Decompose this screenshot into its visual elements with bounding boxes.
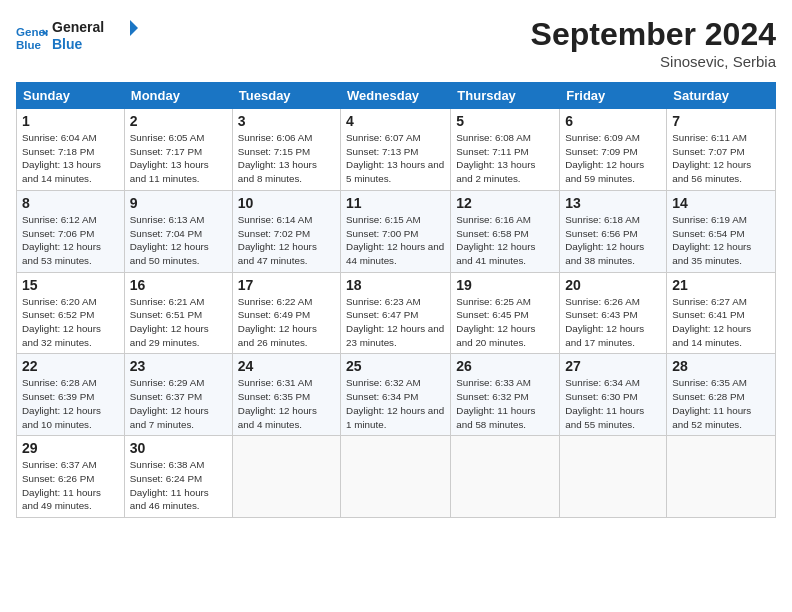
day-number: 30: [130, 440, 227, 456]
svg-text:Blue: Blue: [52, 36, 83, 52]
calendar-body: 1Sunrise: 6:04 AMSunset: 7:18 PMDaylight…: [17, 109, 776, 518]
cell-info: Sunrise: 6:20 AMSunset: 6:52 PMDaylight:…: [22, 296, 101, 348]
day-header-friday: Friday: [560, 83, 667, 109]
day-number: 7: [672, 113, 770, 129]
cell-info: Sunrise: 6:07 AMSunset: 7:13 PMDaylight:…: [346, 132, 444, 184]
cell-info: Sunrise: 6:12 AMSunset: 7:06 PMDaylight:…: [22, 214, 101, 266]
day-number: 17: [238, 277, 335, 293]
day-number: 10: [238, 195, 335, 211]
cell-info: Sunrise: 6:33 AMSunset: 6:32 PMDaylight:…: [456, 377, 535, 429]
cell-info: Sunrise: 6:25 AMSunset: 6:45 PMDaylight:…: [456, 296, 535, 348]
cell-info: Sunrise: 6:35 AMSunset: 6:28 PMDaylight:…: [672, 377, 751, 429]
cell-info: Sunrise: 6:09 AMSunset: 7:09 PMDaylight:…: [565, 132, 644, 184]
calendar-cell: 26Sunrise: 6:33 AMSunset: 6:32 PMDayligh…: [451, 354, 560, 436]
calendar-cell: 15Sunrise: 6:20 AMSunset: 6:52 PMDayligh…: [17, 272, 125, 354]
calendar-cell: 13Sunrise: 6:18 AMSunset: 6:56 PMDayligh…: [560, 190, 667, 272]
day-number: 5: [456, 113, 554, 129]
calendar-cell: [232, 436, 340, 518]
page-header: General Blue General Blue September 2024…: [16, 16, 776, 70]
calendar-cell: 24Sunrise: 6:31 AMSunset: 6:35 PMDayligh…: [232, 354, 340, 436]
calendar-week-2: 8Sunrise: 6:12 AMSunset: 7:06 PMDaylight…: [17, 190, 776, 272]
calendar-cell: [451, 436, 560, 518]
day-number: 9: [130, 195, 227, 211]
cell-info: Sunrise: 6:34 AMSunset: 6:30 PMDaylight:…: [565, 377, 644, 429]
calendar-cell: [667, 436, 776, 518]
calendar-cell: 12Sunrise: 6:16 AMSunset: 6:58 PMDayligh…: [451, 190, 560, 272]
calendar-cell: 22Sunrise: 6:28 AMSunset: 6:39 PMDayligh…: [17, 354, 125, 436]
cell-info: Sunrise: 6:38 AMSunset: 6:24 PMDaylight:…: [130, 459, 209, 511]
day-number: 24: [238, 358, 335, 374]
day-number: 21: [672, 277, 770, 293]
day-header-wednesday: Wednesday: [341, 83, 451, 109]
cell-info: Sunrise: 6:22 AMSunset: 6:49 PMDaylight:…: [238, 296, 317, 348]
calendar-cell: 14Sunrise: 6:19 AMSunset: 6:54 PMDayligh…: [667, 190, 776, 272]
calendar-week-4: 22Sunrise: 6:28 AMSunset: 6:39 PMDayligh…: [17, 354, 776, 436]
logo-icon: General Blue: [16, 22, 48, 54]
cell-info: Sunrise: 6:18 AMSunset: 6:56 PMDaylight:…: [565, 214, 644, 266]
calendar-cell: 10Sunrise: 6:14 AMSunset: 7:02 PMDayligh…: [232, 190, 340, 272]
location: Sinosevic, Serbia: [531, 53, 776, 70]
cell-info: Sunrise: 6:32 AMSunset: 6:34 PMDaylight:…: [346, 377, 444, 429]
day-number: 28: [672, 358, 770, 374]
day-header-monday: Monday: [124, 83, 232, 109]
calendar-cell: 2Sunrise: 6:05 AMSunset: 7:17 PMDaylight…: [124, 109, 232, 191]
calendar-header: SundayMondayTuesdayWednesdayThursdayFrid…: [17, 83, 776, 109]
month-title: September 2024: [531, 16, 776, 53]
day-header-saturday: Saturday: [667, 83, 776, 109]
calendar-cell: 29Sunrise: 6:37 AMSunset: 6:26 PMDayligh…: [17, 436, 125, 518]
calendar-cell: 25Sunrise: 6:32 AMSunset: 6:34 PMDayligh…: [341, 354, 451, 436]
day-number: 18: [346, 277, 445, 293]
cell-info: Sunrise: 6:21 AMSunset: 6:51 PMDaylight:…: [130, 296, 209, 348]
calendar-cell: 11Sunrise: 6:15 AMSunset: 7:00 PMDayligh…: [341, 190, 451, 272]
calendar-week-1: 1Sunrise: 6:04 AMSunset: 7:18 PMDaylight…: [17, 109, 776, 191]
calendar-cell: 20Sunrise: 6:26 AMSunset: 6:43 PMDayligh…: [560, 272, 667, 354]
day-number: 25: [346, 358, 445, 374]
day-number: 23: [130, 358, 227, 374]
cell-info: Sunrise: 6:14 AMSunset: 7:02 PMDaylight:…: [238, 214, 317, 266]
cell-info: Sunrise: 6:19 AMSunset: 6:54 PMDaylight:…: [672, 214, 751, 266]
day-header-sunday: Sunday: [17, 83, 125, 109]
calendar-cell: [560, 436, 667, 518]
day-number: 29: [22, 440, 119, 456]
cell-info: Sunrise: 6:05 AMSunset: 7:17 PMDaylight:…: [130, 132, 209, 184]
day-number: 3: [238, 113, 335, 129]
day-number: 6: [565, 113, 661, 129]
calendar-cell: 19Sunrise: 6:25 AMSunset: 6:45 PMDayligh…: [451, 272, 560, 354]
cell-info: Sunrise: 6:26 AMSunset: 6:43 PMDaylight:…: [565, 296, 644, 348]
day-number: 20: [565, 277, 661, 293]
cell-info: Sunrise: 6:13 AMSunset: 7:04 PMDaylight:…: [130, 214, 209, 266]
calendar-cell: 1Sunrise: 6:04 AMSunset: 7:18 PMDaylight…: [17, 109, 125, 191]
calendar-cell: [341, 436, 451, 518]
cell-info: Sunrise: 6:08 AMSunset: 7:11 PMDaylight:…: [456, 132, 535, 184]
cell-info: Sunrise: 6:16 AMSunset: 6:58 PMDaylight:…: [456, 214, 535, 266]
cell-info: Sunrise: 6:27 AMSunset: 6:41 PMDaylight:…: [672, 296, 751, 348]
day-number: 1: [22, 113, 119, 129]
day-number: 16: [130, 277, 227, 293]
calendar-cell: 21Sunrise: 6:27 AMSunset: 6:41 PMDayligh…: [667, 272, 776, 354]
day-number: 19: [456, 277, 554, 293]
calendar-cell: 3Sunrise: 6:06 AMSunset: 7:15 PMDaylight…: [232, 109, 340, 191]
day-number: 12: [456, 195, 554, 211]
day-header-tuesday: Tuesday: [232, 83, 340, 109]
svg-text:Blue: Blue: [16, 39, 42, 51]
cell-info: Sunrise: 6:04 AMSunset: 7:18 PMDaylight:…: [22, 132, 101, 184]
day-number: 15: [22, 277, 119, 293]
calendar-table: SundayMondayTuesdayWednesdayThursdayFrid…: [16, 82, 776, 518]
logo-text: General Blue: [52, 16, 142, 60]
svg-text:General: General: [52, 19, 104, 35]
day-number: 11: [346, 195, 445, 211]
day-number: 26: [456, 358, 554, 374]
calendar-week-5: 29Sunrise: 6:37 AMSunset: 6:26 PMDayligh…: [17, 436, 776, 518]
day-number: 22: [22, 358, 119, 374]
calendar-week-3: 15Sunrise: 6:20 AMSunset: 6:52 PMDayligh…: [17, 272, 776, 354]
day-number: 14: [672, 195, 770, 211]
calendar-cell: 18Sunrise: 6:23 AMSunset: 6:47 PMDayligh…: [341, 272, 451, 354]
calendar-cell: 5Sunrise: 6:08 AMSunset: 7:11 PMDaylight…: [451, 109, 560, 191]
day-number: 8: [22, 195, 119, 211]
calendar-cell: 8Sunrise: 6:12 AMSunset: 7:06 PMDaylight…: [17, 190, 125, 272]
calendar-cell: 28Sunrise: 6:35 AMSunset: 6:28 PMDayligh…: [667, 354, 776, 436]
calendar-cell: 4Sunrise: 6:07 AMSunset: 7:13 PMDaylight…: [341, 109, 451, 191]
cell-info: Sunrise: 6:28 AMSunset: 6:39 PMDaylight:…: [22, 377, 101, 429]
calendar-cell: 6Sunrise: 6:09 AMSunset: 7:09 PMDaylight…: [560, 109, 667, 191]
calendar-cell: 17Sunrise: 6:22 AMSunset: 6:49 PMDayligh…: [232, 272, 340, 354]
